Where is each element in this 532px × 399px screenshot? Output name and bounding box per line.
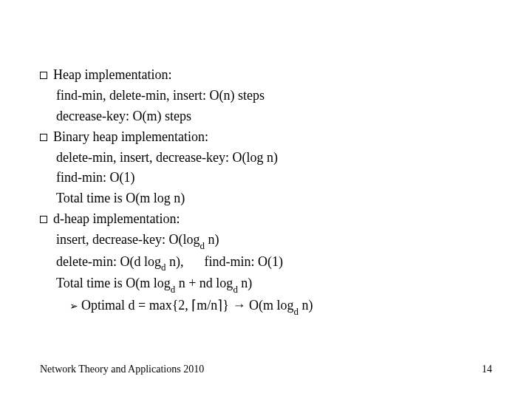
bullet-heap: Heap implementation: <box>40 65 492 86</box>
square-bullet-icon <box>40 216 47 223</box>
subscript: d <box>200 240 204 251</box>
bullet-d-heap: d-heap implementation: <box>40 209 492 230</box>
body-line: find-min: O(1) <box>40 168 492 188</box>
bullet-heading: d-heap implementation: <box>53 211 180 226</box>
bullet-heading: Heap implementation: <box>53 67 171 82</box>
text: Optimal d = max{2, <box>81 298 191 313</box>
subscript: d <box>161 262 166 273</box>
subscript: d <box>171 284 175 295</box>
body-line: insert, decrease-key: O(logd n) <box>40 230 492 252</box>
text: find-min: O(1) <box>204 254 282 269</box>
text: n), <box>166 254 183 269</box>
bullet-binary-heap: Binary heap implementation: <box>40 127 492 148</box>
text: m/n <box>197 298 217 313</box>
slide-body: Heap implementation: find-min, delete-mi… <box>40 65 492 318</box>
body-line: delete-min, insert, decrease-key: O(log … <box>40 148 492 168</box>
footer-text: Network Theory and Applications 2010 <box>40 364 204 375</box>
text: Total time is O(m log <box>56 276 171 290</box>
text: n) <box>238 276 253 290</box>
body-line: find-min, delete-min, insert: O(n) steps <box>40 86 492 106</box>
footer: Network Theory and Applications 2010 14 <box>40 364 492 375</box>
text: n + nd log <box>175 276 233 290</box>
body-line: delete-min: O(d logd n),find-min: O(1) <box>40 252 492 274</box>
subscript: d <box>293 306 298 317</box>
subscript: d <box>233 284 237 295</box>
chevron-bullet-icon: ➢ <box>69 299 77 315</box>
sub-bullet-optimal: ➢Optimal d = max{2, ⌈m/n⌉} → O(m logd n) <box>40 296 492 318</box>
page-number: 14 <box>482 364 492 375</box>
square-bullet-icon <box>40 134 47 141</box>
text: } → O(m log <box>222 298 293 313</box>
square-bullet-icon <box>40 72 47 79</box>
text: insert, decrease-key: O(log <box>56 232 200 247</box>
text: delete-min: O(d log <box>56 254 161 269</box>
body-line: decrease-key: O(m) steps <box>40 106 492 127</box>
text: n) <box>205 232 219 247</box>
bullet-heading: Binary heap implementation: <box>53 129 208 144</box>
body-line: Total time is O(m logd n + nd logd n) <box>40 273 492 296</box>
body-line: Total time is O(m log n) <box>40 188 492 209</box>
text: n) <box>299 298 313 313</box>
